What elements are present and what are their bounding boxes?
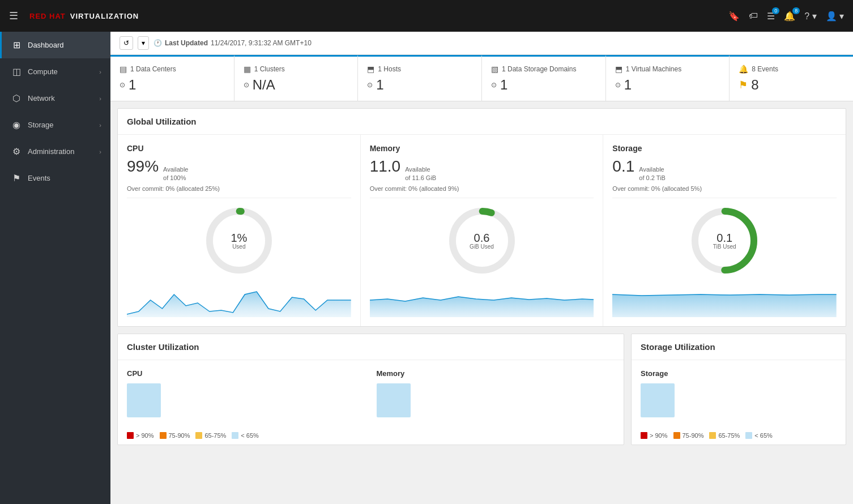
bell-button[interactable]: 🔔 8	[784, 11, 795, 22]
brand-red: RED HAT	[29, 12, 66, 20]
storage-util-label: Storage	[641, 369, 837, 378]
storage-utilization-title: Storage Utilization	[632, 334, 846, 360]
storage-inner: Storage	[632, 360, 846, 426]
bottom-panels: Cluster Utilization CPU Memory > 90%	[117, 334, 846, 445]
storage-label: Storage	[612, 144, 837, 153]
card-title-text: 1 Data Storage Domains	[502, 65, 576, 73]
chevron-right-icon: ›	[99, 69, 101, 75]
hamburger-button[interactable]: ☰	[9, 10, 18, 22]
global-utilization-panel: Global Utilization CPU 99% Available of …	[117, 108, 846, 327]
clusters-icon: ▦	[244, 65, 251, 74]
cluster-cpu-section: CPU	[127, 369, 365, 417]
cpu-avail-line1: Available	[163, 165, 188, 174]
legend-label-75: 75-90%	[169, 432, 190, 439]
summary-card-hosts[interactable]: ⬒ 1 Hosts ⊙ 1	[358, 55, 482, 101]
toolbar: ↺ ▾ 🕐 Last Updated 11/24/2017, 9:31:32 A…	[110, 32, 853, 55]
refresh-dropdown-button[interactable]: ▾	[138, 36, 149, 50]
legend-item-lt65: < 65%	[232, 432, 259, 439]
cpu-label: CPU	[127, 144, 351, 153]
user-button[interactable]: 👤 ▾	[826, 11, 844, 22]
eye-icon: ⊙	[615, 81, 621, 89]
util-section-storage: Storage 0.1 Available of 0.2 TiB Over co…	[603, 135, 846, 326]
legend-item-75: 75-90%	[160, 432, 190, 439]
sidebar-item-network[interactable]: ⬡ Network ›	[0, 85, 110, 112]
legend-color-lt65	[232, 432, 238, 439]
cpu-overcommit: Over commit: 0% (allocated 25%)	[127, 185, 351, 198]
legend-color-75	[160, 432, 167, 439]
data-storage-icon: ▧	[491, 65, 498, 74]
bookmark-button[interactable]: 🔖	[728, 11, 740, 22]
sidebar-item-events[interactable]: ⚑ Events	[0, 165, 110, 191]
memory-donut-container: 0.6 GiB Used	[370, 204, 594, 277]
flag-icon: ⚑	[739, 79, 748, 91]
sto-legend-item-75: 75-90%	[673, 432, 704, 439]
sto-legend-item-65: 65-75%	[709, 432, 740, 439]
cluster-legend: > 90% 75-90% 65-75% < 65%	[118, 426, 624, 445]
navbar-icons: 🔖 🏷 ☰ 0 🔔 8 ? ▾ 👤 ▾	[728, 11, 844, 22]
compute-icon: ◫	[11, 66, 22, 77]
legend-item-90: > 90%	[127, 432, 154, 439]
memory-big-val: 11.0	[370, 157, 401, 176]
card-count: N/A	[253, 77, 275, 93]
cluster-cpu-label: CPU	[127, 369, 365, 378]
chevron-right-icon: ›	[99, 148, 101, 155]
sidebar-item-dashboard[interactable]: ⊞ Dashboard	[0, 32, 110, 58]
memory-avail-line2: of 11.6 GiB	[405, 174, 436, 182]
events-bell-icon: 🔔	[739, 65, 748, 74]
chevron-right-icon: ›	[99, 95, 101, 102]
storage-donut-sub: TiB Used	[713, 243, 736, 249]
list-button[interactable]: ☰ 0	[767, 11, 775, 22]
legend-label-90: > 90%	[136, 432, 154, 439]
sidebar-item-label: Administration	[28, 147, 74, 156]
tag-button[interactable]: 🏷	[749, 11, 758, 21]
refresh-button[interactable]: ↺	[120, 36, 133, 50]
storage-donut-val: 0.1	[713, 232, 736, 243]
storage-avail-line2: of 0.2 TiB	[639, 174, 665, 182]
cpu-donut: 1% Used	[202, 204, 276, 277]
sto-legend-color-lt65	[745, 432, 752, 439]
help-button[interactable]: ? ▾	[804, 11, 816, 22]
cluster-cpu-bar	[127, 383, 161, 417]
card-count: 1	[129, 77, 136, 93]
sidebar-item-label: Network	[28, 94, 55, 102]
sidebar-item-label: Compute	[28, 67, 58, 76]
summary-card-data-storage[interactable]: ▧ 1 Data Storage Domains ⊙ 1	[482, 55, 606, 101]
data-centers-icon: ▤	[120, 65, 127, 74]
sidebar-item-storage[interactable]: ◉ Storage ›	[0, 112, 110, 138]
sidebar: ⊞ Dashboard ◫ Compute › ⬡ Network › ◉ St…	[0, 32, 110, 504]
eye-icon: ⊙	[367, 81, 373, 89]
sto-legend-label-90: > 90%	[650, 432, 668, 439]
sidebar-item-administration[interactable]: ⚙ Administration ›	[0, 138, 110, 165]
clock-icon: 🕐	[153, 39, 162, 47]
memory-donut: 0.6 GiB Used	[445, 204, 519, 277]
svg-marker-2	[127, 292, 351, 317]
storage-donut: 0.1 TiB Used	[688, 204, 761, 277]
summary-card-data-centers[interactable]: ▤ 1 Data Centers ⊙ 1	[110, 55, 234, 101]
brand: RED HAT VIRTUALIZATION	[29, 12, 139, 20]
legend-item-65: 65-75%	[195, 432, 226, 439]
summary-card-vms[interactable]: ⬒ 1 Virtual Machines ⊙ 1	[606, 55, 730, 101]
card-count: 1	[624, 77, 632, 93]
sto-legend-color-90	[641, 432, 647, 439]
storage-utilization-panel: Storage Utilization Storage > 90% 75-90%	[631, 334, 846, 445]
storage-overcommit: Over commit: 0% (allocated 5%)	[612, 185, 837, 198]
cpu-donut-container: 1% Used	[127, 204, 351, 277]
util-grid: CPU 99% Available of 100% Over commit: 0…	[118, 135, 846, 326]
cpu-donut-sub: Used	[231, 243, 247, 249]
summary-card-events[interactable]: 🔔 8 Events ⚑ 8	[730, 55, 853, 101]
cpu-donut-val: 1%	[231, 232, 247, 243]
svg-marker-5	[370, 297, 594, 317]
brand-rest: VIRTUALIZATION	[70, 12, 139, 20]
storage-avail-line1: Available	[639, 165, 665, 174]
card-title-text: 1 Hosts	[378, 65, 401, 73]
memory-label: Memory	[370, 144, 594, 153]
cluster-utilization-panel: Cluster Utilization CPU Memory > 90%	[117, 334, 624, 445]
hosts-icon: ⬒	[367, 65, 374, 74]
sidebar-item-compute[interactable]: ◫ Compute ›	[0, 58, 110, 85]
legend-label-lt65: < 65%	[241, 432, 259, 439]
memory-avail-line1: Available	[405, 165, 436, 174]
last-updated-prefix: Last Updated	[165, 39, 208, 47]
cluster-memory-label: Memory	[377, 369, 615, 378]
sidebar-item-label: Dashboard	[28, 41, 64, 49]
summary-card-clusters[interactable]: ▦ 1 Clusters ⊙ N/A	[234, 55, 359, 101]
